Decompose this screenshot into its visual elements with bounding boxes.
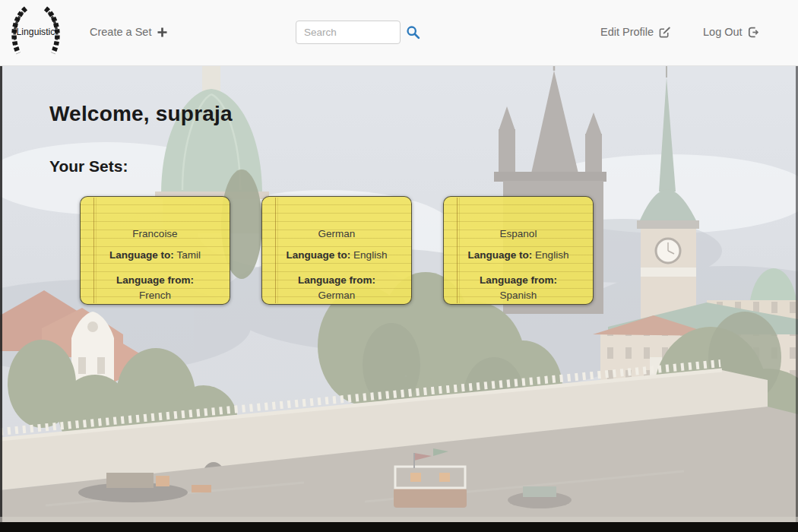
set-title: Francoise: [81, 197, 230, 239]
plus-icon: [157, 27, 168, 38]
search-input[interactable]: [296, 21, 401, 44]
sets-list: Francoise Language to: Tamil Language fr…: [80, 196, 594, 305]
logo-text: Linguistic: [17, 27, 55, 37]
search-icon: [406, 25, 420, 40]
set-language-to: Language to: English: [262, 249, 411, 261]
your-sets-heading: Your Sets:: [49, 157, 128, 176]
edit-profile-link[interactable]: Edit Profile: [600, 25, 670, 39]
set-title: Espanol: [444, 197, 593, 239]
search-button[interactable]: [404, 24, 422, 42]
create-set-link[interactable]: Create a Set: [90, 25, 168, 39]
create-set-label: Create a Set: [90, 25, 151, 39]
edit-profile-label: Edit Profile: [600, 25, 654, 39]
set-language-to: Language to: English: [444, 249, 593, 261]
logout-link[interactable]: Log Out: [703, 25, 759, 39]
laurel-wreath-icon: Linguistic: [5, 2, 66, 63]
set-card-german[interactable]: German Language to: English Language fro…: [261, 196, 412, 305]
search-form: [296, 21, 401, 44]
set-language-from: Language from: Spanish: [444, 273, 593, 304]
set-language-from: Language from: French: [81, 273, 230, 304]
welcome-heading: Welcome, supraja: [49, 102, 233, 126]
exit-arrow-icon: [748, 27, 759, 38]
linguistic-logo[interactable]: Linguistic: [5, 2, 66, 63]
pencil-square-icon: [659, 27, 670, 38]
navbar: Linguistic Create a Set Edit Profile Log…: [0, 0, 798, 66]
set-language-to: Language to: Tamil: [81, 249, 230, 261]
set-card-espanol[interactable]: Espanol Language to: English Language fr…: [443, 196, 594, 305]
set-card-francoise[interactable]: Francoise Language to: Tamil Language fr…: [80, 196, 230, 305]
set-language-from: Language from: German: [262, 273, 411, 304]
set-title: German: [262, 197, 411, 239]
logout-label: Log Out: [703, 25, 743, 39]
